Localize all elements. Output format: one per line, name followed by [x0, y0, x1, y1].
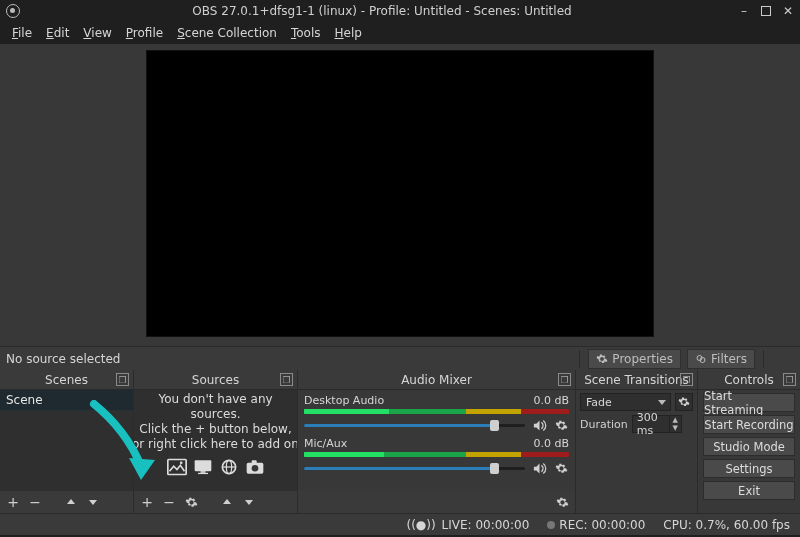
image-source-icon: [167, 458, 187, 476]
controls-panel: Controls ❐ Start StreamingStart Recordin…: [698, 370, 800, 513]
scene-move-down-button[interactable]: [84, 493, 102, 511]
start-streaming-button[interactable]: Start Streaming: [703, 393, 795, 412]
settings-button[interactable]: Settings: [703, 459, 795, 478]
preview-canvas[interactable]: [146, 50, 654, 337]
duration-down-button[interactable]: ▼: [670, 424, 681, 432]
sources-title: Sources: [192, 373, 239, 387]
svg-rect-7: [198, 473, 208, 474]
svg-rect-3: [167, 460, 185, 475]
sources-popout-icon[interactable]: ❐: [280, 373, 293, 386]
scenes-list[interactable]: Scene: [0, 390, 133, 491]
main-area: [0, 44, 800, 346]
source-settings-button[interactable]: [182, 493, 200, 511]
filters-icon: [695, 353, 707, 365]
channel-name: Desktop Audio: [304, 394, 384, 407]
transition-select[interactable]: Fade: [580, 393, 671, 411]
source-move-up-button[interactable]: [218, 493, 236, 511]
menu-file[interactable]: File: [8, 24, 36, 42]
level-meter: [304, 452, 569, 457]
statusbar: ((●)) LIVE: 00:00:00 REC: 00:00:00 CPU: …: [0, 513, 800, 535]
menu-scene-collection[interactable]: Scene Collection: [173, 24, 281, 42]
mixer-settings-button[interactable]: [553, 493, 571, 511]
scenes-popout-icon[interactable]: ❐: [116, 373, 129, 386]
menu-profile[interactable]: Profile: [122, 24, 167, 42]
svg-point-4: [179, 462, 182, 465]
channel-settings-button[interactable]: [553, 417, 569, 433]
scene-add-button[interactable]: +: [4, 493, 22, 511]
menubar: File Edit View Profile Scene Collection …: [0, 22, 800, 44]
menu-view[interactable]: View: [79, 24, 115, 42]
svg-rect-0: [762, 7, 771, 16]
menu-edit[interactable]: Edit: [42, 24, 73, 42]
status-live: ((●)) LIVE: 00:00:00: [406, 518, 529, 532]
scene-transitions-title: Scene Transitions: [584, 373, 689, 387]
svg-point-13: [251, 465, 258, 472]
level-meter: [304, 409, 569, 414]
obs-logo-icon: [6, 4, 20, 18]
audio-mixer-popout-icon[interactable]: ❐: [558, 373, 571, 386]
audio-mixer-panel: Audio Mixer ❐ Desktop Audio0.0 dBMic/Aux…: [298, 370, 576, 513]
filters-button[interactable]: Filters: [687, 349, 755, 369]
svg-rect-5: [194, 460, 211, 471]
audio-mixer-title: Audio Mixer: [401, 373, 472, 387]
transition-settings-button[interactable]: [675, 393, 693, 411]
controls-title: Controls: [724, 373, 774, 387]
transition-select-value: Fade: [586, 396, 612, 409]
globe-source-icon: [219, 458, 239, 476]
speaker-icon[interactable]: [531, 417, 547, 433]
scene-transitions-popout-icon[interactable]: ❐: [680, 373, 693, 386]
channel-db: 0.0 dB: [533, 437, 569, 450]
source-status-label: No source selected: [6, 352, 128, 366]
window-title: OBS 27.0.1+dfsg1-1 (linux) - Profile: Un…: [26, 4, 738, 18]
svg-rect-6: [200, 471, 205, 473]
channel-db: 0.0 dB: [533, 394, 569, 407]
duration-up-button[interactable]: ▲: [670, 416, 681, 424]
filters-button-label: Filters: [711, 352, 747, 366]
channel-name: Mic/Aux: [304, 437, 347, 450]
maximize-button[interactable]: [760, 5, 772, 17]
mixer-channel: Mic/Aux0.0 dB: [304, 437, 569, 476]
scenes-panel: Scenes ❐ Scene + −: [0, 370, 134, 513]
svg-rect-12: [251, 460, 256, 463]
scene-remove-button[interactable]: −: [26, 493, 44, 511]
titlebar: OBS 27.0.1+dfsg1-1 (linux) - Profile: Un…: [0, 0, 800, 22]
sources-panel: Sources ❐ You don't have any sources. Cl…: [134, 370, 298, 513]
display-source-icon: [193, 458, 213, 476]
status-rec: REC: 00:00:00: [547, 518, 645, 532]
volume-slider[interactable]: [304, 461, 525, 475]
exit-button[interactable]: Exit: [703, 481, 795, 500]
camera-source-icon: [245, 458, 265, 476]
minimize-button[interactable]: –: [738, 5, 750, 17]
volume-slider[interactable]: [304, 418, 525, 432]
mixer-channel: Desktop Audio0.0 dB: [304, 394, 569, 433]
source-remove-button[interactable]: −: [160, 493, 178, 511]
sources-list[interactable]: You don't have any sources. Click the + …: [134, 390, 297, 491]
speaker-icon[interactable]: [531, 460, 547, 476]
record-dot-icon: [547, 521, 555, 529]
sources-hint: You don't have any sources. Click the + …: [134, 390, 297, 452]
close-button[interactable]: ✕: [782, 5, 794, 17]
duration-label: Duration: [580, 418, 628, 431]
properties-button[interactable]: Properties: [588, 349, 681, 369]
controls-popout-icon[interactable]: ❐: [783, 373, 796, 386]
duration-input[interactable]: 300 ms ▲▼: [632, 415, 682, 433]
scene-item[interactable]: Scene: [0, 390, 133, 411]
menu-tools[interactable]: Tools: [287, 24, 325, 42]
scene-transitions-panel: Scene Transitions ❐ Fade Duration 300 ms…: [576, 370, 698, 513]
studio-mode-button[interactable]: Studio Mode: [703, 437, 795, 456]
gear-icon: [596, 353, 608, 365]
panels-row: Scenes ❐ Scene + − Sources ❐ You don't h…: [0, 370, 800, 513]
properties-button-label: Properties: [612, 352, 673, 366]
source-toolbar: No source selected Properties Filters: [0, 346, 800, 370]
scene-move-up-button[interactable]: [62, 493, 80, 511]
channel-settings-button[interactable]: [553, 460, 569, 476]
source-move-down-button[interactable]: [240, 493, 258, 511]
menu-help[interactable]: Help: [331, 24, 366, 42]
scenes-title: Scenes: [45, 373, 88, 387]
network-icon: ((●)): [406, 518, 435, 532]
start-recording-button[interactable]: Start Recording: [703, 415, 795, 434]
source-add-button[interactable]: +: [138, 493, 156, 511]
status-cpu: CPU: 0.7%, 60.00 fps: [663, 518, 790, 532]
